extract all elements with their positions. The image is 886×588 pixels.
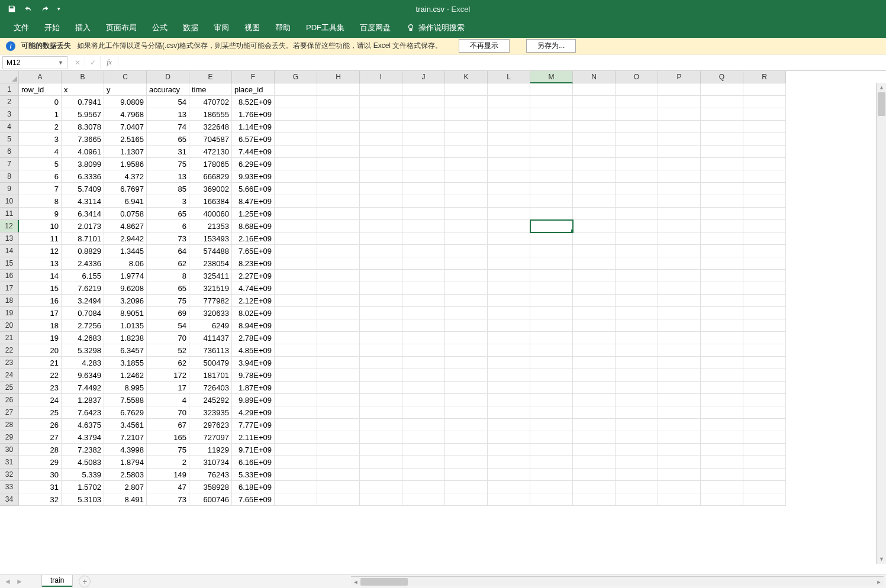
cell-C12[interactable]: 4.8627 — [104, 220, 147, 232]
cell-I2[interactable] — [360, 96, 402, 108]
cell-L30[interactable] — [488, 444, 530, 456]
cell-J2[interactable] — [402, 96, 445, 108]
row-header-16[interactable]: 16 — [0, 270, 19, 282]
cell-D2[interactable]: 54 — [147, 96, 189, 108]
column-header-O[interactable]: O — [616, 71, 658, 83]
cell-O10[interactable] — [616, 195, 658, 208]
column-header-L[interactable]: L — [488, 71, 530, 83]
cell-J12[interactable] — [402, 220, 445, 232]
cell-L31[interactable] — [488, 456, 530, 469]
cell-C1[interactable]: y — [104, 83, 147, 96]
cell-R21[interactable] — [743, 332, 786, 344]
cell-C19[interactable]: 8.9051 — [104, 307, 147, 319]
cell-L24[interactable] — [488, 369, 530, 382]
cell-A4[interactable]: 2 — [19, 121, 62, 133]
cell-J1[interactable] — [402, 83, 445, 96]
cell-A31[interactable]: 29 — [19, 456, 62, 469]
cell-I16[interactable] — [360, 270, 402, 282]
row-header-13[interactable]: 13 — [0, 232, 19, 245]
cell-M34[interactable] — [530, 493, 573, 506]
cell-O17[interactable] — [616, 282, 658, 295]
cell-O15[interactable] — [616, 257, 658, 270]
cell-P16[interactable] — [658, 270, 701, 282]
cell-G30[interactable] — [275, 444, 317, 456]
cell-L14[interactable] — [488, 245, 530, 257]
fx-icon[interactable]: fx — [101, 56, 118, 69]
cell-B20[interactable]: 2.7256 — [62, 319, 104, 332]
cell-B7[interactable]: 3.8099 — [62, 158, 104, 170]
cell-K16[interactable] — [445, 270, 488, 282]
cell-K21[interactable] — [445, 332, 488, 344]
cell-C34[interactable]: 8.491 — [104, 493, 147, 506]
cell-A7[interactable]: 5 — [19, 158, 62, 170]
cell-K27[interactable] — [445, 406, 488, 419]
cell-D18[interactable]: 75 — [147, 295, 189, 307]
cell-L15[interactable] — [488, 257, 530, 270]
cell-Q27[interactable] — [701, 406, 743, 419]
cell-K11[interactable] — [445, 208, 488, 220]
cell-C28[interactable]: 3.4561 — [104, 419, 147, 431]
cell-B30[interactable]: 7.2382 — [62, 444, 104, 456]
cell-Q4[interactable] — [701, 121, 743, 133]
row-header-12[interactable]: 12 — [0, 220, 19, 232]
cell-R7[interactable] — [743, 158, 786, 170]
cell-R32[interactable] — [743, 469, 786, 481]
row-header-21[interactable]: 21 — [0, 332, 19, 344]
column-header-J[interactable]: J — [402, 71, 445, 83]
cell-F28[interactable]: 7.77E+09 — [232, 419, 275, 431]
cell-M29[interactable] — [530, 431, 573, 444]
cell-F21[interactable]: 2.78E+09 — [232, 332, 275, 344]
cell-O8[interactable] — [616, 170, 658, 183]
cell-P5[interactable] — [658, 133, 701, 146]
cell-L26[interactable] — [488, 394, 530, 406]
cell-L1[interactable] — [488, 83, 530, 96]
cell-B2[interactable]: 0.7941 — [62, 96, 104, 108]
cell-J33[interactable] — [402, 481, 445, 493]
cell-N1[interactable] — [573, 83, 616, 96]
cell-R26[interactable] — [743, 394, 786, 406]
cell-G16[interactable] — [275, 270, 317, 282]
cell-R9[interactable] — [743, 183, 786, 195]
cell-D16[interactable]: 8 — [147, 270, 189, 282]
cell-O12[interactable] — [616, 220, 658, 232]
cell-D34[interactable]: 73 — [147, 493, 189, 506]
tab-home[interactable]: 开始 — [37, 18, 67, 38]
cell-K34[interactable] — [445, 493, 488, 506]
cell-F30[interactable]: 9.71E+09 — [232, 444, 275, 456]
cell-J20[interactable] — [402, 319, 445, 332]
cell-M30[interactable] — [530, 444, 573, 456]
cell-H34[interactable] — [317, 493, 360, 506]
cell-N4[interactable] — [573, 121, 616, 133]
cell-O25[interactable] — [616, 382, 658, 394]
cell-A29[interactable]: 27 — [19, 431, 62, 444]
cell-H13[interactable] — [317, 232, 360, 245]
cell-P34[interactable] — [658, 493, 701, 506]
cell-A34[interactable]: 32 — [19, 493, 62, 506]
cell-B8[interactable]: 6.3336 — [62, 170, 104, 183]
cell-M33[interactable] — [530, 481, 573, 493]
row-header-28[interactable]: 28 — [0, 419, 19, 431]
cell-I33[interactable] — [360, 481, 402, 493]
cell-C27[interactable]: 6.7629 — [104, 406, 147, 419]
cell-J17[interactable] — [402, 282, 445, 295]
cell-F32[interactable]: 5.33E+09 — [232, 469, 275, 481]
tab-review[interactable]: 审阅 — [206, 18, 237, 38]
cell-K7[interactable] — [445, 158, 488, 170]
cell-O2[interactable] — [616, 96, 658, 108]
cell-A5[interactable]: 3 — [19, 133, 62, 146]
cell-H18[interactable] — [317, 295, 360, 307]
row-header-30[interactable]: 30 — [0, 444, 19, 456]
cell-Q16[interactable] — [701, 270, 743, 282]
cell-N10[interactable] — [573, 195, 616, 208]
cell-R34[interactable] — [743, 493, 786, 506]
cell-I4[interactable] — [360, 121, 402, 133]
cell-E6[interactable]: 472130 — [189, 146, 232, 158]
cell-B24[interactable]: 9.6349 — [62, 369, 104, 382]
cell-I21[interactable] — [360, 332, 402, 344]
cell-I15[interactable] — [360, 257, 402, 270]
cell-A21[interactable]: 19 — [19, 332, 62, 344]
row-header-6[interactable]: 6 — [0, 146, 19, 158]
row-header-7[interactable]: 7 — [0, 158, 19, 170]
row-header-11[interactable]: 11 — [0, 208, 19, 220]
row-header-19[interactable]: 19 — [0, 307, 19, 319]
